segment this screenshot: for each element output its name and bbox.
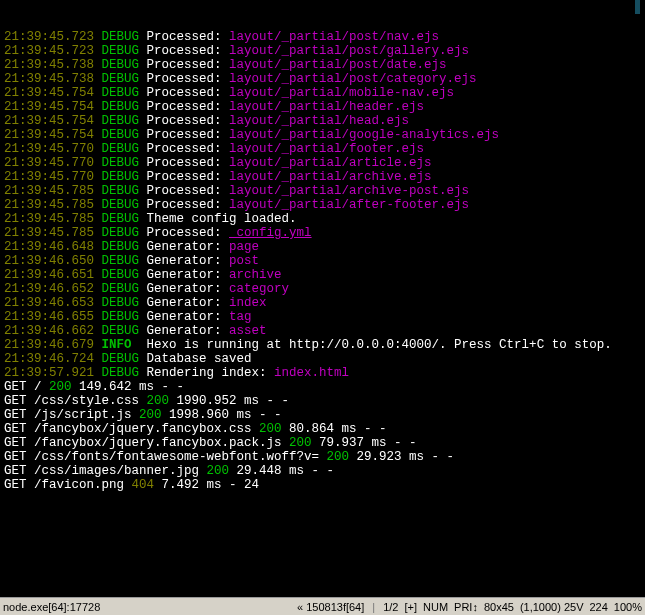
log-label: Generator: <box>147 240 230 254</box>
http-path: /fancybox/jquery.fancybox.css <box>34 422 259 436</box>
log-timestamp: 21:39:46.662 <box>4 324 94 338</box>
http-status-code: 200 <box>289 436 312 450</box>
log-label: Processed: <box>147 226 230 240</box>
log-label: Generator: <box>147 268 230 282</box>
log-level: DEBUG <box>102 254 140 268</box>
scrollbar-thumb[interactable] <box>635 0 640 14</box>
log-timestamp: 21:39:45.770 <box>4 156 94 170</box>
log-line: 21:39:57.921 DEBUG Rendering index: inde… <box>4 366 636 380</box>
log-label: Processed: <box>147 58 230 72</box>
scrollbar[interactable] <box>635 0 640 597</box>
http-method: GET <box>4 408 34 422</box>
log-message: Hexo is running at http://0.0.0.0:4000/.… <box>147 338 612 352</box>
log-level: DEBUG <box>102 72 140 86</box>
log-level: DEBUG <box>102 268 140 282</box>
log-value: layout/_partial/post/category.ejs <box>229 72 477 86</box>
log-line: GET / 200 149.642 ms - - <box>4 380 636 394</box>
http-method: GET <box>4 422 34 436</box>
log-timestamp: 21:39:46.652 <box>4 282 94 296</box>
log-timestamp: 21:39:45.754 <box>4 128 94 142</box>
log-label: Processed: <box>147 156 230 170</box>
http-path: /css/style.css <box>34 394 147 408</box>
log-timestamp: 21:39:45.785 <box>4 212 94 226</box>
log-line: 21:39:45.785 DEBUG Theme config loaded. <box>4 212 636 226</box>
log-timestamp: 21:39:46.651 <box>4 268 94 282</box>
log-timestamp: 21:39:46.679 <box>4 338 94 352</box>
log-label: Processed: <box>147 30 230 44</box>
log-timestamp: 21:39:45.785 <box>4 226 94 240</box>
http-status-code: 200 <box>207 464 230 478</box>
log-value: layout/_partial/post/nav.ejs <box>229 30 439 44</box>
log-level: DEBUG <box>102 142 140 156</box>
log-line: 21:39:46.651 DEBUG Generator: archive <box>4 268 636 282</box>
log-label: Processed: <box>147 170 230 184</box>
log-line: 21:39:45.754 DEBUG Processed: layout/_pa… <box>4 100 636 114</box>
log-label: Generator: <box>147 254 230 268</box>
http-status-code: 200 <box>49 380 72 394</box>
log-line: 21:39:46.648 DEBUG Generator: page <box>4 240 636 254</box>
log-level: DEBUG <box>102 128 140 142</box>
log-line: 21:39:46.650 DEBUG Generator: post <box>4 254 636 268</box>
log-line: GET /css/images/banner.jpg 200 29.448 ms… <box>4 464 636 478</box>
log-level: DEBUG <box>102 170 140 184</box>
http-method: GET <box>4 380 34 394</box>
log-timestamp: 21:39:46.655 <box>4 310 94 324</box>
log-value: layout/_partial/mobile-nav.ejs <box>229 86 454 100</box>
log-message: Theme config loaded. <box>147 212 297 226</box>
log-level: DEBUG <box>102 156 140 170</box>
log-timestamp: 21:39:45.770 <box>4 170 94 184</box>
log-level: DEBUG <box>102 86 140 100</box>
log-line: 21:39:45.738 DEBUG Processed: layout/_pa… <box>4 72 636 86</box>
log-value: layout/_partial/post/gallery.ejs <box>229 44 469 58</box>
log-value: index.html <box>274 366 349 380</box>
log-label: Processed: <box>147 184 230 198</box>
log-value: asset <box>229 324 267 338</box>
log-timestamp: 21:39:57.921 <box>4 366 94 380</box>
log-timestamp: 21:39:45.738 <box>4 72 94 86</box>
log-level: DEBUG <box>102 100 140 114</box>
log-value: page <box>229 240 259 254</box>
log-line: 21:39:45.723 DEBUG Processed: layout/_pa… <box>4 30 636 44</box>
log-label: Processed: <box>147 142 230 156</box>
log-line: 21:39:45.785 DEBUG Processed: _config.ym… <box>4 226 636 240</box>
log-level: DEBUG <box>102 240 140 254</box>
status-pri: PRI↕ <box>454 600 478 614</box>
log-timestamp: 21:39:46.650 <box>4 254 94 268</box>
status-plus: [+] <box>404 600 417 614</box>
log-message: Database saved <box>147 352 252 366</box>
log-line: GET /fancybox/jquery.fancybox.pack.js 20… <box>4 436 636 450</box>
http-path: /favicon.png <box>34 478 132 492</box>
http-path: / <box>34 380 49 394</box>
log-label: Processed: <box>147 114 230 128</box>
http-path: /js/script.js <box>34 408 139 422</box>
log-value: layout/_partial/head.ejs <box>229 114 409 128</box>
status-pos: (1,1000) 25V <box>520 600 584 614</box>
log-line: GET /css/style.css 200 1990.952 ms - - <box>4 394 636 408</box>
log-value: layout/_partial/archive-post.ejs <box>229 184 469 198</box>
log-level: DEBUG <box>102 366 140 380</box>
log-line: 21:39:46.653 DEBUG Generator: index <box>4 296 636 310</box>
terminal-output[interactable]: 21:39:45.723 DEBUG Processed: layout/_pa… <box>0 0 640 597</box>
http-status-code: 200 <box>139 408 162 422</box>
log-label: Processed: <box>147 128 230 142</box>
log-timestamp: 21:39:45.723 <box>4 30 94 44</box>
log-label: Processed: <box>147 72 230 86</box>
log-label: Generator: <box>147 324 230 338</box>
log-line: 21:39:45.738 DEBUG Processed: layout/_pa… <box>4 58 636 72</box>
http-timing: 149.642 ms - - <box>72 380 185 394</box>
http-timing: 1990.952 ms - - <box>169 394 289 408</box>
log-value: layout/_partial/header.ejs <box>229 100 424 114</box>
status-tab-name[interactable]: node.exe[64]:17728 <box>3 600 100 614</box>
http-status-code: 404 <box>132 478 155 492</box>
log-label: Rendering index: <box>147 366 275 380</box>
log-label: Generator: <box>147 296 230 310</box>
log-line: 21:39:45.770 DEBUG Processed: layout/_pa… <box>4 142 636 156</box>
log-timestamp: 21:39:46.653 <box>4 296 94 310</box>
log-line: 21:39:45.770 DEBUG Processed: layout/_pa… <box>4 170 636 184</box>
log-timestamp: 21:39:45.754 <box>4 100 94 114</box>
log-level: DEBUG <box>102 198 140 212</box>
log-timestamp: 21:39:45.754 <box>4 114 94 128</box>
http-timing: 79.937 ms - - <box>312 436 417 450</box>
log-timestamp: 21:39:46.724 <box>4 352 94 366</box>
status-n1: 224 <box>590 600 608 614</box>
